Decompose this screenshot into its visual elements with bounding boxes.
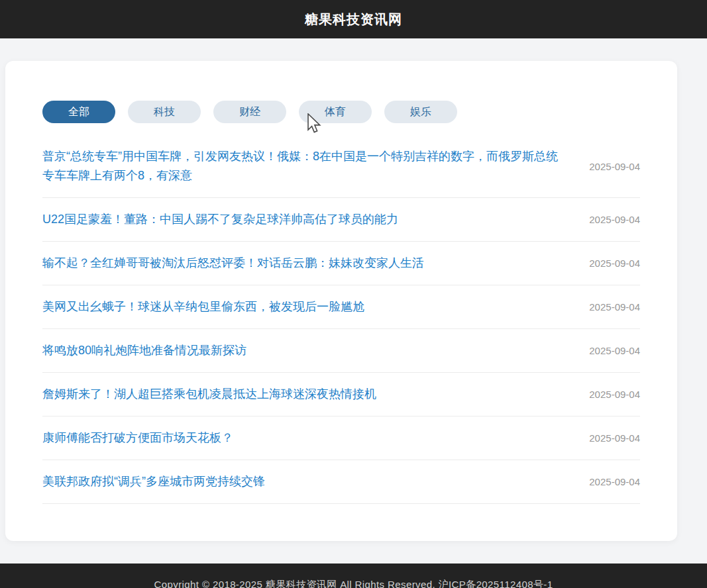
article-list: 普京“总统专车”用中国车牌，引发网友热议！俄媒：8在中国是一个特别吉祥的数字，而… [42, 135, 640, 504]
article-row: 美网又出幺蛾子！球迷从辛纳包里偷东西，被发现后一脸尴尬2025-09-04 [42, 285, 640, 329]
tab-all[interactable]: 全部 [42, 101, 115, 123]
category-tabs: 全部科技财经体育娱乐 [42, 101, 640, 123]
site-title: 糖果科技资讯网 [305, 11, 402, 28]
article-row: U22国足蒙羞！董路：中国人踢不了复杂足球洋帅高估了球员的能力2025-09-0… [42, 198, 640, 242]
tab-entertainment[interactable]: 娱乐 [384, 101, 457, 123]
article-date: 2025-09-04 [589, 258, 640, 269]
content-card: 全部科技财经体育娱乐 普京“总统专车”用中国车牌，引发网友热议！俄媒：8在中国是… [5, 61, 677, 541]
article-date: 2025-09-04 [589, 161, 640, 172]
article-date: 2025-09-04 [589, 432, 640, 444]
article-link[interactable]: 输不起？全红婵哥哥被淘汰后怒怼评委！对话岳云鹏：妹妹改变家人生活 [42, 254, 589, 273]
article-link[interactable]: U22国足蒙羞！董路：中国人踢不了复杂足球洋帅高估了球员的能力 [42, 210, 589, 229]
article-date: 2025-09-04 [589, 476, 640, 487]
article-row: 詹姆斯来了！湖人超巨搭乘包机凌晨抵达上海球迷深夜热情接机2025-09-04 [42, 373, 640, 416]
article-date: 2025-09-04 [589, 214, 640, 225]
article-link[interactable]: 美网又出幺蛾子！球迷从辛纳包里偷东西，被发现后一脸尴尬 [42, 297, 589, 317]
tab-finance[interactable]: 财经 [213, 101, 286, 123]
copyright-text: Copyright © 2018-2025 糖果科技资讯网 All Rights… [154, 579, 553, 588]
article-link[interactable]: 詹姆斯来了！湖人超巨搭乘包机凌晨抵达上海球迷深夜热情接机 [42, 385, 589, 404]
article-row: 美联邦政府拟“调兵”多座城市两党持续交锋2025-09-04 [42, 460, 640, 504]
article-link[interactable]: 普京“总统专车”用中国车牌，引发网友热议！俄媒：8在中国是一个特别吉祥的数字，而… [42, 147, 589, 185]
article-row: 将鸣放80响礼炮阵地准备情况最新探访2025-09-04 [42, 329, 640, 373]
article-link[interactable]: 康师傅能否打破方便面市场天花板？ [42, 428, 589, 448]
site-header: 糖果科技资讯网 [0, 0, 707, 38]
article-date: 2025-09-04 [589, 345, 640, 356]
article-row: 康师傅能否打破方便面市场天花板？2025-09-04 [42, 416, 640, 460]
article-row: 输不起？全红婵哥哥被淘汰后怒怼评委！对话岳云鹏：妹妹改变家人生活2025-09-… [42, 242, 640, 285]
article-row: 普京“总统专车”用中国车牌，引发网友热议！俄媒：8在中国是一个特别吉祥的数字，而… [42, 135, 640, 198]
article-link[interactable]: 将鸣放80响礼炮阵地准备情况最新探访 [42, 341, 589, 360]
article-date: 2025-09-04 [589, 389, 640, 400]
tab-tech[interactable]: 科技 [128, 101, 201, 123]
site-footer: Copyright © 2018-2025 糖果科技资讯网 All Rights… [0, 564, 707, 588]
article-link[interactable]: 美联邦政府拟“调兵”多座城市两党持续交锋 [42, 472, 589, 491]
article-date: 2025-09-04 [589, 301, 640, 313]
tab-sports[interactable]: 体育 [299, 101, 372, 123]
